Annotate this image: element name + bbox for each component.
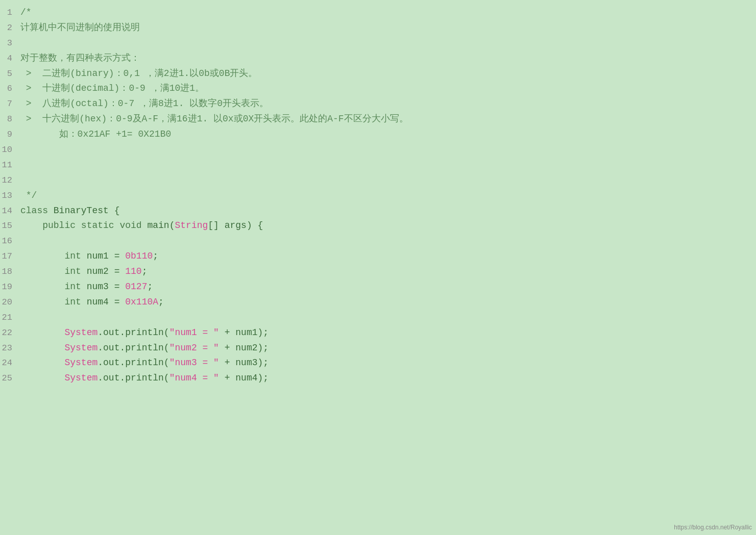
line-number: 9 <box>0 128 20 141</box>
code-line: 3 <box>0 36 756 51</box>
token: num1 = <box>87 251 126 261</box>
token: 计算机中不同进制的使用说明 <box>20 22 140 33</box>
token: num4 = <box>87 297 126 307</box>
token: int <box>20 282 87 292</box>
token: num3 = <box>87 282 126 292</box>
line-number: 13 <box>0 189 20 202</box>
code-line: 25 System.out.println("num4 = " + num4); <box>0 371 756 386</box>
token: [] args) { <box>208 220 263 231</box>
token: main( <box>147 220 175 231</box>
line-number: 4 <box>0 52 20 65</box>
token <box>20 343 64 353</box>
token: ; <box>158 297 164 307</box>
line-number: 19 <box>0 281 20 294</box>
line-number: 5 <box>0 67 20 81</box>
token: "num3 = " <box>169 358 219 368</box>
line-content: class BinaryTest { <box>20 204 756 218</box>
token: 0x110A <box>125 297 158 307</box>
line-content: System.out.println("num3 = " + num3); <box>20 356 756 370</box>
line-number: 8 <box>0 113 20 126</box>
code-line: 5 > 二进制(binary)：0,1 ，满2进1.以0b或0B开头。 <box>0 66 756 82</box>
token: static <box>81 220 120 231</box>
token <box>20 358 64 368</box>
token: 对于整数，有四种表示方式： <box>20 53 140 63</box>
line-number: 23 <box>0 342 20 355</box>
line-content: 对于整数，有四种表示方式： <box>20 52 756 66</box>
line-number: 12 <box>0 174 20 187</box>
line-content: System.out.println("num2 = " + num2); <box>20 341 756 355</box>
code-line: 21 <box>0 310 756 325</box>
token <box>20 327 64 338</box>
code-line: 1/* <box>0 5 756 20</box>
code-line: 13 */ <box>0 188 756 203</box>
token: > 十六进制(hex)：0-9及A-F，满16进1. 以0x或0X开头表示。此处… <box>20 114 408 124</box>
token: > 二进制(binary)：0,1 ，满2进1.以0b或0B开头。 <box>20 68 257 79</box>
line-content: int num2 = 110; <box>20 265 756 279</box>
line-number: 7 <box>0 97 20 111</box>
code-line: 17 int num1 = 0b110; <box>0 249 756 264</box>
line-content: int num3 = 0127; <box>20 280 756 294</box>
line-content: public static void main(String[] args) { <box>20 219 756 233</box>
token: "num1 = " <box>169 327 219 338</box>
token: + num1); <box>219 327 269 338</box>
line-number: 25 <box>0 372 20 385</box>
code-line: 2计算机中不同进制的使用说明 <box>0 20 756 36</box>
token: .out.println( <box>97 373 169 383</box>
token: + num2); <box>219 343 269 353</box>
line-number: 20 <box>0 296 20 309</box>
code-line: 15 public static void main(String[] args… <box>0 218 756 234</box>
line-number: 10 <box>0 143 20 157</box>
line-number: 17 <box>0 250 20 263</box>
token: { <box>114 206 120 216</box>
code-line: 7 > 八进制(octal)：0-7 ，满8进1. 以数字0开头表示。 <box>0 96 756 112</box>
token: .out.println( <box>97 343 169 353</box>
code-line: 23 System.out.println("num2 = " + num2); <box>0 341 756 356</box>
line-content: 如：0x21AF +1= 0X21B0 <box>20 128 756 142</box>
token: "num4 = " <box>169 373 219 383</box>
line-number: 16 <box>0 235 20 248</box>
token: /* <box>20 7 32 17</box>
token: System <box>64 327 97 338</box>
token: public <box>20 220 81 231</box>
token <box>20 373 64 383</box>
line-content <box>20 158 756 172</box>
token: ; <box>153 251 158 261</box>
code-editor: 1/*2计算机中不同进制的使用说明3 4对于整数，有四种表示方式：5 > 二进制… <box>0 0 756 535</box>
token: System <box>64 343 97 353</box>
token: class <box>20 206 54 216</box>
token: */ <box>20 190 37 200</box>
code-line: 24 System.out.println("num3 = " + num3); <box>0 355 756 371</box>
code-line: 6 > 十进制(decimal)：0-9 ，满10进1。 <box>0 81 756 96</box>
line-number: 3 <box>0 37 20 50</box>
line-number: 15 <box>0 219 20 233</box>
line-content <box>20 234 756 248</box>
line-number: 1 <box>0 6 20 19</box>
line-number: 14 <box>0 205 20 218</box>
token: 110 <box>125 266 141 276</box>
line-content: 计算机中不同进制的使用说明 <box>20 21 756 35</box>
line-content <box>20 311 756 325</box>
code-line: 10 <box>0 142 756 158</box>
token: BinaryTest <box>54 206 114 216</box>
line-content: int num1 = 0b110; <box>20 249 756 264</box>
line-content <box>20 36 756 50</box>
token: ; <box>147 282 153 292</box>
token: System <box>64 358 97 368</box>
line-number: 11 <box>0 159 20 172</box>
line-content: System.out.println("num4 = " + num4); <box>20 371 756 386</box>
line-number: 6 <box>0 82 20 95</box>
line-content: */ <box>20 189 756 203</box>
line-number: 22 <box>0 326 20 340</box>
code-line: 8 > 十六进制(hex)：0-9及A-F，满16进1. 以0x或0X开头表示。… <box>0 112 756 127</box>
code-line: 14class BinaryTest { <box>0 203 756 219</box>
token: 0b110 <box>125 251 153 261</box>
token: int <box>20 266 87 276</box>
line-number: 21 <box>0 311 20 324</box>
code-line: 18 int num2 = 110; <box>0 264 756 279</box>
watermark: https://blog.csdn.net/Royallic <box>674 524 752 531</box>
code-line: 22 System.out.println("num1 = " + num1); <box>0 325 756 341</box>
line-content: > 八进制(octal)：0-7 ，满8进1. 以数字0开头表示。 <box>20 97 756 111</box>
line-content: > 十六进制(hex)：0-9及A-F，满16进1. 以0x或0X开头表示。此处… <box>20 112 756 126</box>
code-line: 16 <box>0 234 756 249</box>
token: num2 = <box>87 266 126 276</box>
